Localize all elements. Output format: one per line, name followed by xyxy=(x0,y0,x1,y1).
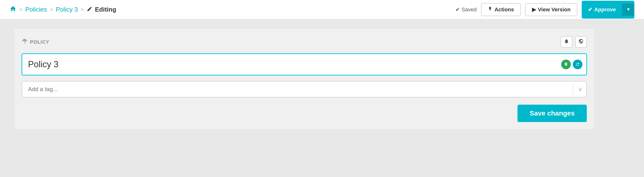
breadcrumb-policies[interactable]: Policies xyxy=(25,6,47,13)
view-version-label: View Version xyxy=(538,6,570,13)
card-section-label: POLICY xyxy=(30,39,49,45)
tag-input[interactable] xyxy=(22,81,587,97)
card-header-actions xyxy=(561,36,587,48)
breadcrumb-editing: Editing xyxy=(87,6,116,13)
saved-label: Saved xyxy=(462,6,477,13)
top-bar: > Policies > Policy 3 > Editing ✔ Saved … xyxy=(0,0,644,19)
save-changes-label: Save changes xyxy=(530,110,575,117)
top-actions: ✔ Saved Actions ▶ View Version ✔ Approve… xyxy=(456,1,634,18)
bell-icon xyxy=(564,39,569,45)
actions-label: Actions xyxy=(494,6,514,13)
approve-check-icon: ✔ xyxy=(588,6,592,13)
tag-divider xyxy=(573,83,573,95)
globe-icon xyxy=(578,39,584,45)
card-header: POLICY xyxy=(22,36,587,48)
view-version-button[interactable]: ▶ View Version xyxy=(525,3,577,16)
pin-icon-button[interactable] xyxy=(561,60,571,69)
save-row: Save changes xyxy=(22,105,587,122)
save-changes-button[interactable]: Save changes xyxy=(518,105,587,122)
saved-status: ✔ Saved xyxy=(456,6,477,13)
approve-main-button[interactable]: ✔ Approve xyxy=(582,3,622,16)
approve-chevron-down-icon: ▼ xyxy=(626,7,630,12)
approve-button-group: ✔ Approve ▼ xyxy=(582,1,634,18)
breadcrumb-policy3[interactable]: Policy 3 xyxy=(56,6,78,13)
refresh-icon-button[interactable] xyxy=(573,60,582,69)
main-content: POLICY xyxy=(0,19,644,177)
home-icon[interactable] xyxy=(10,5,16,14)
separator-1: > xyxy=(19,6,22,13)
approve-label: Approve xyxy=(594,6,616,13)
bell-button[interactable] xyxy=(561,36,572,48)
actions-icon xyxy=(488,6,492,13)
card-label: POLICY xyxy=(22,38,49,46)
view-version-icon: ▶ xyxy=(532,6,536,13)
policy-title-input[interactable] xyxy=(22,53,587,75)
separator-3: > xyxy=(81,6,84,13)
title-input-wrapper xyxy=(22,53,587,75)
title-input-icons xyxy=(561,60,582,69)
approve-dropdown-button[interactable]: ▼ xyxy=(622,3,634,16)
tag-chevron-down-icon[interactable]: ∨ xyxy=(578,86,582,93)
policy-card: POLICY xyxy=(14,29,594,129)
breadcrumb: > Policies > Policy 3 > Editing xyxy=(10,5,116,14)
globe-button[interactable] xyxy=(575,36,587,48)
actions-button[interactable]: Actions xyxy=(481,3,521,16)
separator-2: > xyxy=(50,6,53,13)
saved-check-icon: ✔ xyxy=(456,6,460,13)
editing-label: Editing xyxy=(95,6,116,13)
tag-input-wrapper: ∨ xyxy=(22,81,587,97)
edit-icon xyxy=(87,6,92,13)
policy-umbrella-icon xyxy=(22,38,28,46)
